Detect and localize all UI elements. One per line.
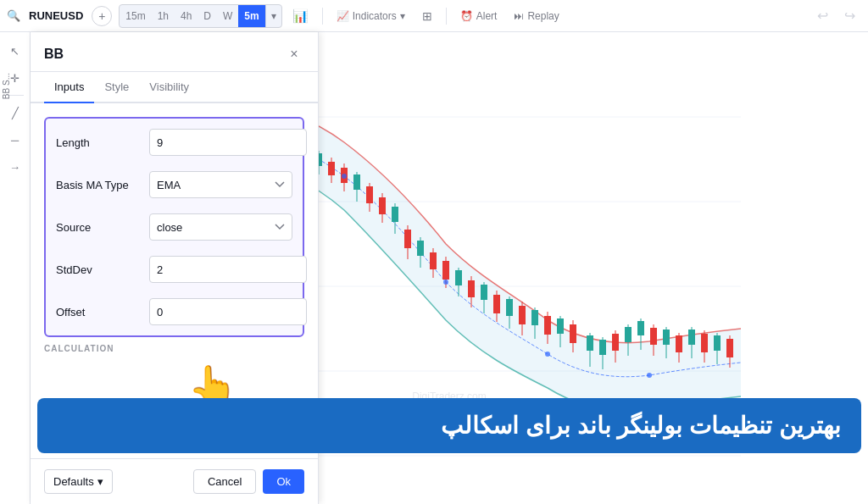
svg-rect-69 (570, 324, 576, 343)
svg-rect-59 (506, 299, 513, 316)
svg-rect-53 (468, 280, 475, 297)
chart-type-button[interactable]: 📊 (286, 4, 315, 28)
horizontal-line-tool[interactable]: ─ (3, 128, 27, 152)
dialog-title: BB (44, 47, 64, 62)
length-input[interactable] (149, 129, 307, 156)
cancel-button[interactable]: Cancel (193, 469, 256, 494)
svg-rect-85 (676, 335, 682, 352)
source-row: Source close open high low (56, 213, 292, 241)
svg-rect-81 (650, 328, 657, 345)
indicators-label: Indicators (353, 10, 397, 22)
defaults-arrow-icon: ▾ (97, 475, 103, 488)
redo-button[interactable]: ↪ (837, 4, 861, 28)
svg-rect-61 (519, 306, 526, 324)
svg-point-97 (545, 352, 550, 357)
line-tool[interactable]: ╱ (3, 101, 27, 125)
toolbar-separator-2 (446, 8, 447, 25)
dialog-close-button[interactable]: × (284, 44, 304, 64)
alert-icon: ⏰ (460, 10, 473, 22)
tab-visibility[interactable]: Visibility (139, 72, 199, 103)
add-symbol-button[interactable]: + (92, 6, 112, 26)
stddev-label: StdDev (56, 263, 149, 276)
ray-tool[interactable]: → (3, 155, 27, 179)
offset-label: Offset (56, 306, 149, 318)
symbol-selector[interactable]: RUNEUSD (24, 6, 88, 25)
svg-rect-47 (430, 252, 437, 269)
tab-inputs[interactable]: Inputs (44, 72, 94, 103)
close-icon: × (290, 47, 298, 62)
svg-rect-73 (599, 340, 606, 355)
timeframe-4h[interactable]: 4h (175, 5, 198, 27)
timeframe-w[interactable]: W (217, 5, 238, 27)
svg-rect-35 (353, 174, 360, 190)
svg-rect-45 (417, 241, 424, 256)
svg-rect-79 (637, 321, 644, 335)
svg-rect-63 (531, 310, 538, 325)
svg-rect-75 (612, 334, 619, 351)
source-select[interactable]: close open high low (149, 213, 292, 241)
left-sidebar: BB S... ↖ ✛ ╱ ─ → (0, 32, 31, 504)
timeframe-5m[interactable]: 5m (238, 5, 264, 27)
calc-section-label: CALCULATION (44, 344, 304, 353)
cursor-tool[interactable]: ↖ (3, 39, 27, 63)
replay-button[interactable]: ⏭ Replay (507, 4, 565, 28)
svg-rect-41 (392, 207, 398, 222)
bb-sidebar-label: BB S... (2, 73, 11, 99)
svg-rect-31 (328, 162, 335, 175)
timeframe-1h[interactable]: 1h (152, 5, 175, 27)
source-label: Source (56, 221, 149, 234)
ok-button[interactable]: Ok (263, 469, 304, 494)
svg-rect-55 (481, 285, 487, 300)
svg-point-98 (647, 373, 652, 378)
toolbar: 🔍 RUNEUSD + 15m 1h 4h D W 5m ▾ 📊 📈 Indic… (0, 0, 868, 32)
svg-point-95 (342, 174, 347, 179)
toolbar-separator-1 (322, 8, 323, 25)
svg-rect-43 (404, 230, 411, 248)
svg-rect-91 (714, 335, 721, 351)
svg-rect-89 (701, 334, 708, 352)
stddev-row: StdDev (56, 256, 292, 283)
offset-input[interactable] (149, 298, 307, 325)
svg-rect-51 (455, 270, 462, 285)
layout-button[interactable]: ⊞ (415, 4, 439, 28)
basis-ma-type-row: Basis MA Type EMA SMA SMMA (RMA) WMA VWM… (56, 171, 292, 198)
basis-ma-type-select[interactable]: EMA SMA SMMA (RMA) WMA VWMA (149, 171, 292, 198)
replay-icon: ⏭ (514, 10, 524, 22)
search-icon: 🔍 (7, 9, 20, 22)
dialog-header: BB × (31, 32, 318, 72)
alert-label: Alert (476, 10, 498, 22)
svg-rect-83 (663, 330, 670, 345)
defaults-button[interactable]: Defaults ▾ (44, 469, 113, 494)
svg-point-96 (443, 280, 448, 285)
alert-button[interactable]: ⏰ Alert (453, 4, 504, 28)
basis-ma-type-label: Basis MA Type (56, 179, 149, 191)
svg-rect-77 (625, 327, 632, 342)
tab-style[interactable]: Style (94, 72, 139, 103)
timeframe-dropdown[interactable]: ▾ (265, 5, 281, 27)
dialog-footer: Defaults ▾ Cancel Ok (31, 458, 318, 504)
length-row: Length (56, 129, 292, 156)
stddev-input[interactable] (149, 256, 307, 283)
replay-label: Replay (527, 10, 559, 22)
svg-rect-57 (493, 295, 500, 313)
timeframe-selector: 15m 1h 4h D W 5m ▾ (119, 4, 281, 28)
svg-rect-37 (366, 186, 373, 203)
persian-banner: بهترین تنظیمات بولینگر باند برای اسکالپ (37, 398, 861, 453)
svg-rect-65 (544, 316, 551, 335)
calculation-section: CALCULATION (44, 344, 304, 353)
timeframe-15m[interactable]: 15m (120, 5, 151, 27)
indicators-icon: 📈 (337, 10, 349, 22)
defaults-label: Defaults (53, 475, 94, 488)
footer-actions: Cancel Ok (193, 469, 304, 494)
timeframe-d[interactable]: D (198, 5, 217, 27)
indicators-button[interactable]: 📈 Indicators ▾ (330, 4, 412, 28)
offset-row: Offset (56, 298, 292, 325)
indicators-arrow: ▾ (400, 10, 405, 22)
symbol-label: RUNEUSD (29, 9, 83, 22)
svg-rect-67 (557, 318, 564, 334)
undo-button[interactable]: ↩ (810, 4, 834, 28)
chart-type-icon: 📊 (292, 8, 309, 24)
svg-rect-49 (442, 261, 449, 280)
svg-rect-71 (587, 335, 593, 351)
svg-rect-87 (688, 330, 695, 345)
